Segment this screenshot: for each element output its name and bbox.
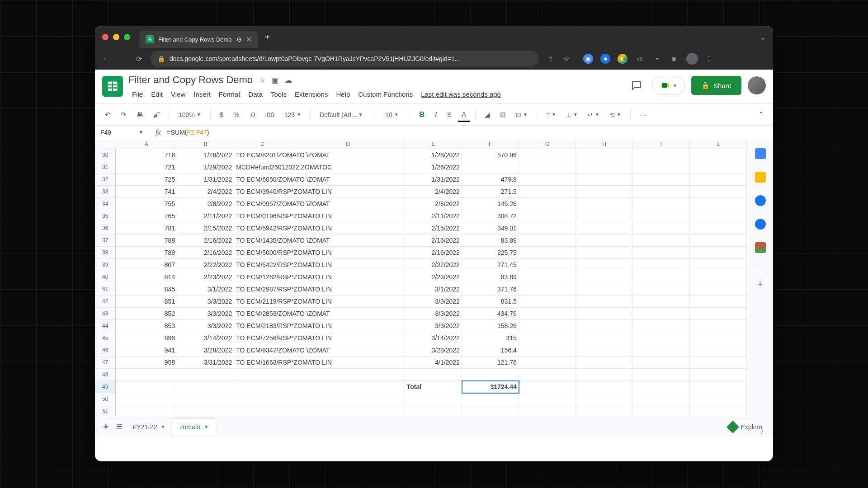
undo-button[interactable]: ↶: [101, 108, 114, 122]
borders-button[interactable]: ⊞: [496, 108, 509, 122]
sheet-tab-zomato[interactable]: zomato▼: [172, 419, 216, 435]
table-row[interactable]: 51: [95, 405, 747, 416]
paint-format-button[interactable]: 🖌: [150, 108, 164, 121]
table-row[interactable]: 35 7652/11/2022TO ECM/0196/RSP*ZOMATO LI…: [95, 210, 747, 222]
menu-data[interactable]: Data: [245, 89, 266, 100]
maps-icon[interactable]: [755, 242, 766, 253]
contacts-icon[interactable]: [755, 219, 766, 230]
account-avatar[interactable]: [748, 76, 766, 94]
add-sheet-button[interactable]: +: [99, 418, 113, 436]
row-header-46[interactable]: 46: [95, 344, 116, 357]
table-row[interactable]: 42 8513/3/2022TO ECM/2119/RSP*ZOMATO LIN…: [95, 296, 747, 308]
row-header-32[interactable]: 32: [95, 174, 116, 186]
table-row[interactable]: 44 8533/3/2022TO ECM/2183/RSP*ZOMATO LIN…: [95, 320, 747, 332]
menu-insert[interactable]: Insert: [190, 89, 214, 100]
minimize-window-button[interactable]: [113, 34, 119, 40]
rotate-dropdown[interactable]: ⟲▼: [606, 108, 625, 121]
column-header-C[interactable]: C: [234, 139, 291, 149]
row-header-38[interactable]: 38: [95, 247, 116, 259]
row-header-49[interactable]: 49: [95, 381, 116, 393]
back-button[interactable]: ←: [101, 54, 111, 64]
table-row[interactable]: 48: [95, 369, 747, 381]
forward-button[interactable]: →: [118, 54, 127, 64]
valign-dropdown[interactable]: ⊥▼: [562, 108, 581, 121]
table-row[interactable]: 36 7812/15/2022TO ECM/5942/RSP*ZOMATO LI…: [95, 222, 747, 235]
decrease-decimal-button[interactable]: .0: [245, 108, 259, 121]
last-edit-link[interactable]: Last edit was seconds ago: [417, 89, 505, 100]
extension-3-icon[interactable]: ◐: [618, 54, 627, 64]
italic-button[interactable]: I: [431, 108, 441, 122]
row-header-47[interactable]: 47: [95, 357, 116, 369]
side-panel-icon[interactable]: ▣: [669, 54, 679, 64]
table-row[interactable]: 43 8523/3/2022TO ECM/2853/ZOMATO \ZOMAT3…: [95, 308, 747, 320]
extension-2-icon[interactable]: ✱: [600, 54, 610, 64]
text-color-button[interactable]: A: [458, 108, 470, 122]
menu-custom-functions[interactable]: Custom Functions: [354, 89, 416, 100]
column-header-E[interactable]: E: [405, 139, 462, 149]
meet-button[interactable]: ▼: [652, 76, 685, 95]
menu-view[interactable]: View: [167, 89, 189, 100]
table-row[interactable]: 37 7882/16/2022TO ECM/1435/ZOMATO \ZOMAT…: [95, 235, 747, 247]
table-row[interactable]: 41 8453/1/2022TO ECM/2987/RSP*ZOMATO LIN…: [95, 283, 747, 296]
row-header-48[interactable]: 48: [95, 369, 116, 381]
move-icon[interactable]: ▣: [272, 76, 278, 84]
table-row[interactable]: 39 8072/22/2022TO ECM/5422/RSP*ZOMATO LI…: [95, 259, 747, 271]
close-window-button[interactable]: [102, 34, 108, 40]
name-box[interactable]: F49▼: [95, 126, 149, 139]
row-header-34[interactable]: 34: [95, 198, 116, 210]
row-header-40[interactable]: 40: [95, 271, 116, 283]
row-header-35[interactable]: 35: [95, 210, 116, 222]
table-row[interactable]: 33 7412/4/2022TO ECM/3940/RSP*ZOMATO LIN…: [95, 186, 747, 198]
merge-dropdown[interactable]: ⊟▼: [512, 108, 531, 121]
row-header-42[interactable]: 42: [95, 296, 116, 308]
extension-4-icon[interactable]: v3: [635, 54, 645, 64]
row-header-30[interactable]: 30: [95, 149, 116, 161]
row-header-31[interactable]: 31: [95, 161, 116, 174]
extensions-menu-icon[interactable]: ✦: [652, 54, 662, 64]
row-header-51[interactable]: 51: [95, 405, 116, 416]
menu-file[interactable]: File: [128, 89, 146, 100]
chrome-menu-icon[interactable]: ⋮: [705, 55, 712, 63]
table-row[interactable]: 34 7552/8/2022TO ECM/0957/ZOMATO \ZOMAT2…: [95, 198, 747, 210]
address-bar[interactable]: 🔒 docs.google.com/spreadsheets/d/1owpt0a…: [150, 51, 539, 67]
percent-button[interactable]: %: [230, 108, 243, 121]
menu-tools[interactable]: Tools: [267, 89, 290, 100]
halign-dropdown[interactable]: ≡▼: [542, 108, 560, 121]
table-row[interactable]: 46 9413/28/2022TO ECM/9347/ZOMATO \ZOMAT…: [95, 344, 747, 357]
sheet-tab-fy21-22[interactable]: FY21-22▼: [126, 419, 173, 435]
add-addon-icon[interactable]: +: [755, 279, 766, 290]
row-header-33[interactable]: 33: [95, 186, 116, 198]
spreadsheet-grid[interactable]: ABCDEFGHIJ 30 7161/28/2022TO ECM/8201/ZO…: [95, 139, 747, 416]
star-icon[interactable]: ☆: [259, 76, 265, 84]
row-header-39[interactable]: 39: [95, 259, 116, 271]
fill-color-button[interactable]: ◢: [481, 108, 494, 122]
row-header-36[interactable]: 36: [95, 222, 116, 235]
increase-decimal-button[interactable]: .00: [261, 108, 278, 121]
row-header-50[interactable]: 50: [95, 393, 116, 405]
all-sheets-button[interactable]: ☰: [113, 420, 126, 434]
new-tab-button[interactable]: +: [264, 32, 270, 42]
table-row[interactable]: 31 7211/29/2022MCDRefund26012022 ZOMATOC…: [95, 161, 747, 174]
menu-help[interactable]: Help: [332, 89, 354, 100]
keep-icon[interactable]: [755, 172, 766, 183]
format-dropdown[interactable]: 123▼: [281, 108, 305, 121]
close-tab-icon[interactable]: ✕: [246, 35, 252, 44]
strikethrough-button[interactable]: S: [443, 108, 455, 121]
extension-1-icon[interactable]: ▣: [583, 54, 593, 64]
document-title[interactable]: Filter and Copy Rows Demo: [128, 74, 253, 86]
bookmark-icon[interactable]: ☆: [561, 54, 571, 64]
menu-extensions[interactable]: Extensions: [291, 89, 331, 100]
column-header-B[interactable]: B: [177, 139, 234, 149]
menu-edit[interactable]: Edit: [147, 89, 166, 100]
browser-tab[interactable]: Filter and Copy Rows Demo - G ✕: [139, 31, 258, 48]
table-row[interactable]: 49 Total31724.44: [95, 381, 747, 393]
row-header-45[interactable]: 45: [95, 332, 116, 344]
font-dropdown[interactable]: Default (Ari...▼: [316, 108, 370, 121]
font-size-dropdown[interactable]: 10▼: [382, 108, 404, 121]
table-row[interactable]: 47 9583/31/2022TO ECM/1663/RSP*ZOMATO LI…: [95, 357, 747, 369]
tasks-icon[interactable]: [755, 195, 766, 206]
calendar-icon[interactable]: [755, 148, 766, 159]
table-row[interactable]: 40 8142/23/2022TO ECM/1282/RSP*ZOMATO LI…: [95, 271, 747, 283]
row-header-37[interactable]: 37: [95, 235, 116, 247]
menu-format[interactable]: Format: [215, 89, 244, 100]
